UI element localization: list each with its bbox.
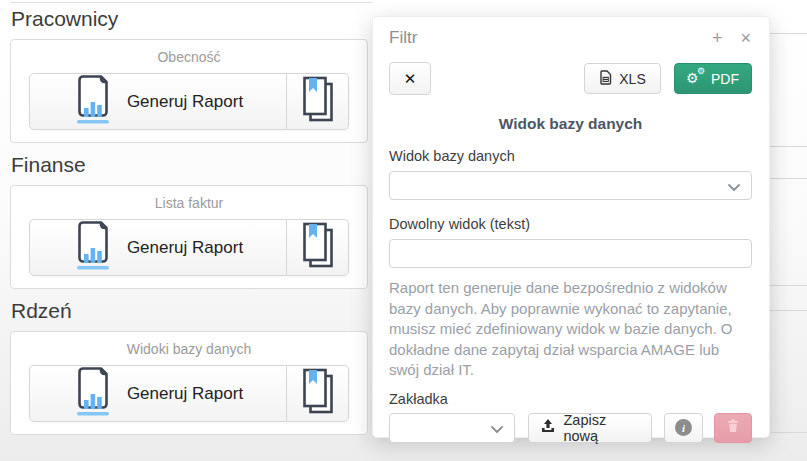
xls-file-icon — [599, 70, 612, 88]
bookmark-label: Zakładka — [389, 391, 752, 407]
section-title: Finanse — [11, 151, 368, 179]
database-view-label: Widok bazy danych — [389, 148, 752, 164]
section-title: Pracownicy — [11, 5, 368, 33]
report-card-title: Lista faktur — [29, 195, 349, 212]
report-card-title: Obecność — [29, 49, 349, 66]
trash-icon — [727, 419, 739, 436]
close-icon[interactable]: × — [738, 29, 753, 47]
bookmark-select[interactable] — [389, 413, 515, 443]
chevron-down-icon — [491, 420, 503, 436]
generate-report-label: Generuj Raport — [127, 92, 243, 112]
generate-report-button[interactable]: Generuj Raport — [29, 73, 287, 130]
pdf-label: PDF — [711, 71, 739, 87]
report-templates-button[interactable] — [287, 365, 349, 422]
cancel-x-icon: ✕ — [404, 70, 417, 88]
chevron-down-icon — [728, 178, 740, 194]
maximize-icon[interactable]: + — [710, 29, 725, 47]
generate-report-label: Generuj Raport — [127, 384, 243, 404]
report-card-title: Widoki bazy danych — [29, 341, 349, 358]
bookmarked-pages-icon — [298, 75, 338, 129]
save-new-bookmark-button[interactable]: Zapisz nową — [528, 413, 651, 443]
any-view-label: Dowolny widok (tekst) — [389, 216, 752, 232]
bookmarked-pages-icon — [298, 221, 338, 275]
section-pracownicy: Pracownicy Obecność Gener — [10, 5, 368, 143]
xls-label: XLS — [619, 71, 645, 87]
report-card: Lista faktur Generuj Raport — [10, 185, 368, 289]
top-divider — [10, 2, 372, 3]
save-new-label: Zapisz nową — [563, 412, 638, 444]
report-chart-file-icon — [73, 220, 113, 275]
delete-bookmark-button[interactable] — [714, 413, 752, 443]
dialog-header: Filtr + × — [373, 17, 769, 48]
report-sections-column: Pracownicy Obecność Gener — [10, 5, 368, 443]
report-button-group: Generuj Raport — [29, 219, 349, 276]
section-finanse: Finanse Lista faktur Gene — [10, 151, 368, 289]
dialog-heading: Widok bazy danych — [389, 115, 752, 133]
report-description: Raport ten generuje dane bezpośrednio z … — [389, 278, 752, 381]
gears-icon: ⚙ ⚙ — [687, 70, 704, 87]
database-view-select[interactable] — [389, 171, 752, 200]
report-card: Widoki bazy danych Generuj Raport — [10, 331, 368, 435]
report-chart-file-icon — [73, 366, 113, 421]
report-button-group: Generuj Raport — [29, 365, 349, 422]
export-xls-button[interactable]: XLS — [584, 63, 661, 94]
info-icon: i — [675, 419, 692, 436]
bookmark-info-button[interactable]: i — [664, 413, 704, 443]
bookmarked-pages-icon — [298, 367, 338, 421]
report-chart-file-icon — [73, 74, 113, 129]
any-view-input[interactable] — [389, 239, 752, 268]
generate-pdf-button[interactable]: ⚙ ⚙ PDF — [674, 63, 752, 94]
filter-dialog: Filtr + × ✕ XLS — [372, 16, 770, 438]
generate-report-button[interactable]: Generuj Raport — [29, 219, 287, 276]
cancel-button[interactable]: ✕ — [389, 62, 431, 95]
dialog-body: ✕ XLS ⚙ ⚙ PD — [373, 48, 769, 443]
dialog-action-row: ✕ XLS ⚙ ⚙ PD — [389, 62, 752, 95]
generate-report-label: Generuj Raport — [127, 238, 243, 258]
report-templates-button[interactable] — [287, 219, 349, 276]
report-card: Obecność Generuj Raport — [10, 39, 368, 143]
report-templates-button[interactable] — [287, 73, 349, 130]
dialog-title: Filtr — [389, 28, 710, 48]
generate-report-button[interactable]: Generuj Raport — [29, 365, 287, 422]
section-title: Rdzeń — [11, 297, 368, 325]
upload-icon — [541, 419, 555, 436]
bookmark-row: Zapisz nową i — [389, 413, 752, 443]
report-button-group: Generuj Raport — [29, 73, 349, 130]
section-rdzen: Rdzeń Widoki bazy danych — [10, 297, 368, 435]
